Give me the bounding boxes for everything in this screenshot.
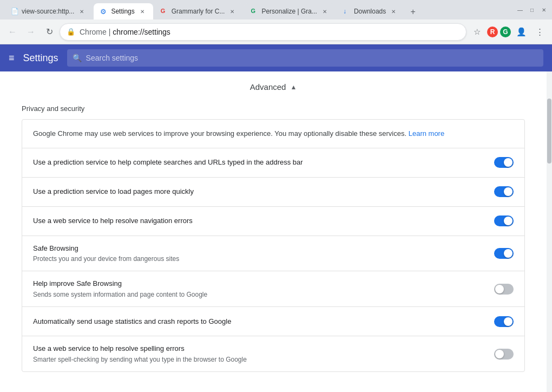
setting-title-prediction-search: Use a prediction service to help complet…	[33, 158, 483, 167]
settings-content: Advanced ▲ Privacy and security Google C…	[0, 71, 552, 392]
setting-title-improve-safe-browsing: Help improve Safe Browsing	[33, 279, 483, 289]
setting-text-safe-browsing: Safe Browsing Protects you and your devi…	[33, 244, 494, 264]
hamburger-menu[interactable]: ≡	[9, 53, 15, 64]
window-controls: — □ ✕	[516, 6, 548, 14]
toggle-knob-improve-safe-browsing	[495, 285, 504, 293]
tab-favicon-personalize: G	[251, 8, 258, 15]
tab-close-view-source[interactable]: ✕	[77, 7, 86, 16]
setting-desc-safe-browsing: Protects you and your device from danger…	[33, 254, 483, 264]
toggle-usage-stats[interactable]	[494, 316, 514, 327]
toggle-safe-browsing[interactable]	[494, 248, 514, 259]
close-button[interactable]: ✕	[540, 6, 548, 14]
extension-icon-2[interactable]: G	[500, 27, 511, 37]
tab-downloads[interactable]: ↓ Downloads ✕	[337, 3, 404, 19]
scrollbar-thumb[interactable]	[547, 99, 551, 164]
info-text: Google Chrome may use web services to im…	[33, 129, 406, 138]
toggle-spelling-errors[interactable]	[494, 349, 514, 360]
toggle-knob-spelling-errors	[495, 350, 504, 358]
menu-button[interactable]: ⋮	[531, 24, 548, 40]
setting-row-spelling-errors: Use a web service to help resolve spelli…	[22, 336, 524, 371]
tab-close-downloads[interactable]: ✕	[389, 7, 398, 16]
tab-label-personalize: Personalize | Gra...	[261, 8, 317, 15]
omnibar-actions: ☆ R G 👤 ⋮	[469, 24, 548, 40]
new-tab-button[interactable]: +	[405, 4, 420, 19]
tab-view-source[interactable]: 📄 view-source:http... ✕	[4, 3, 93, 19]
search-icon: 🔍	[73, 54, 82, 62]
setting-title-nav-errors: Use a web service to help resolve naviga…	[33, 216, 483, 226]
advanced-header[interactable]: Advanced ▲	[0, 71, 547, 100]
reload-button[interactable]: ↻	[41, 24, 57, 40]
privacy-section-title: Privacy and security	[0, 100, 547, 119]
minimize-button[interactable]: —	[516, 6, 524, 14]
tab-label-settings: Settings	[111, 8, 134, 15]
tab-personalize[interactable]: G Personalize | Gra... ✕	[244, 3, 336, 19]
toggle-knob-nav-errors	[504, 217, 512, 225]
tab-label-grammarly: Grammarly for C...	[172, 8, 225, 15]
tab-favicon-grammarly: G	[161, 8, 168, 15]
tab-close-settings[interactable]: ✕	[138, 7, 147, 16]
toggle-knob-prediction-search	[504, 158, 512, 167]
setting-row-safe-browsing: Safe Browsing Protects you and your devi…	[22, 236, 524, 272]
setting-text-prediction-search: Use a prediction service to help complet…	[33, 158, 494, 167]
toggle-improve-safe-browsing[interactable]	[494, 284, 514, 295]
settings-search-bar[interactable]: 🔍	[67, 49, 543, 67]
setting-row-prediction-pages: Use a prediction service to load pages m…	[22, 178, 524, 207]
settings-page-title: Settings	[23, 53, 58, 64]
toggle-knob-usage-stats	[504, 317, 512, 326]
toggle-knob-safe-browsing	[504, 249, 512, 258]
setting-text-usage-stats: Automatically send usage statistics and …	[33, 317, 494, 326]
search-input[interactable]	[86, 54, 538, 62]
tab-favicon-view-source: 📄	[11, 8, 18, 15]
learn-more-link[interactable]: Learn more	[409, 129, 444, 138]
content-area: Advanced ▲ Privacy and security Google C…	[0, 71, 547, 392]
tab-favicon-settings: ⚙	[100, 8, 108, 15]
tab-settings[interactable]: ⚙ Settings ✕	[94, 3, 153, 19]
tab-label-view-source: view-source:http...	[22, 8, 74, 15]
settings-app: ≡ Settings 🔍 Advanced ▲ Privacy and secu…	[0, 44, 552, 392]
omnibar: ← → ↻ 🔒 Chrome | chrome://settings ☆ R G…	[0, 19, 552, 44]
scrollbar[interactable]	[547, 71, 552, 392]
setting-row-usage-stats: Automatically send usage statistics and …	[22, 307, 524, 336]
toggle-prediction-search[interactable]	[494, 157, 514, 168]
tab-label-downloads: Downloads	[354, 8, 386, 15]
tab-close-grammarly[interactable]: ✕	[228, 7, 236, 16]
info-row: Google Chrome may use web services to im…	[22, 120, 524, 148]
bookmark-button[interactable]: ☆	[469, 24, 485, 40]
privacy-card: Google Chrome may use web services to im…	[22, 119, 525, 372]
toggle-nav-errors[interactable]	[494, 215, 514, 226]
settings-header: ≡ Settings 🔍	[0, 44, 552, 71]
tab-close-personalize[interactable]: ✕	[320, 7, 329, 16]
setting-desc-spelling-errors: Smarter spell-checking by sending what y…	[33, 355, 483, 364]
setting-title-spelling-errors: Use a web service to help resolve spelli…	[33, 344, 483, 354]
setting-row-prediction-search: Use a prediction service to help complet…	[22, 148, 524, 178]
setting-row-nav-errors: Use a web service to help resolve naviga…	[22, 207, 524, 236]
toggle-prediction-pages[interactable]	[494, 186, 514, 197]
extension-icon-1[interactable]: R	[487, 27, 498, 37]
profile-button[interactable]: 👤	[513, 24, 529, 40]
setting-row-improve-safe-browsing: Help improve Safe Browsing Sends some sy…	[22, 271, 524, 307]
tab-favicon-downloads: ↓	[343, 8, 351, 15]
security-icon: 🔒	[67, 28, 75, 36]
titlebar: 📄 view-source:http... ✕ ⚙ Settings ✕ G G…	[0, 0, 552, 19]
address-bar[interactable]: 🔒 Chrome | chrome://settings	[60, 23, 466, 41]
setting-text-nav-errors: Use a web service to help resolve naviga…	[33, 216, 494, 226]
setting-text-improve-safe-browsing: Help improve Safe Browsing Sends some sy…	[33, 279, 494, 299]
setting-title-prediction-pages: Use a prediction service to load pages m…	[33, 187, 483, 197]
setting-title-safe-browsing: Safe Browsing	[33, 244, 483, 253]
setting-text-prediction-pages: Use a prediction service to load pages m…	[33, 187, 494, 197]
tab-grammarly[interactable]: G Grammarly for C... ✕	[154, 3, 244, 19]
advanced-label: Advanced	[250, 82, 286, 92]
setting-title-usage-stats: Automatically send usage statistics and …	[33, 317, 483, 326]
advanced-arrow-icon: ▲	[290, 83, 297, 91]
forward-button[interactable]: →	[23, 24, 39, 40]
address-brand: Chrome | chrome://settings	[80, 28, 459, 36]
tab-strip: 📄 view-source:http... ✕ ⚙ Settings ✕ G G…	[4, 0, 516, 19]
setting-text-spelling-errors: Use a web service to help resolve spelli…	[33, 344, 494, 364]
toggle-knob-prediction-pages	[504, 187, 512, 196]
setting-desc-improve-safe-browsing: Sends some system information and page c…	[33, 290, 483, 299]
back-button[interactable]: ←	[4, 24, 21, 40]
maximize-button[interactable]: □	[528, 6, 536, 14]
